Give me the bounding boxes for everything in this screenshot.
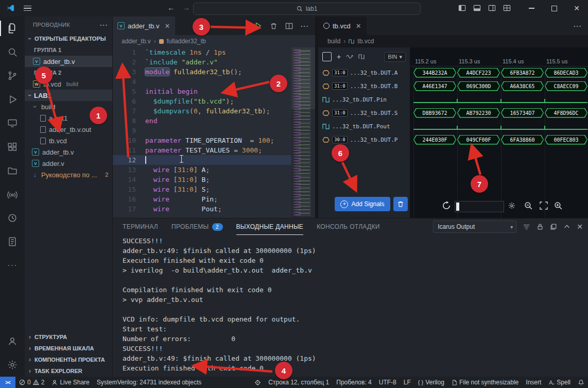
cursor-position-status[interactable]: Строка 12, столбец 1 (265, 377, 333, 388)
add-signals-button[interactable]: + Add Signals (335, 197, 390, 211)
tree-item--[interactable]: ↓Руководство по ...2 (25, 169, 112, 180)
trash-icon[interactable] (270, 22, 278, 30)
zoom-fit-icon[interactable] (540, 201, 548, 210)
output-console[interactable]: SUCCESS!!!adder_tb.v:49: $finish called … (112, 235, 588, 377)
minimap[interactable] (291, 47, 315, 218)
breadcrumb-file[interactable]: adder_tb.v (122, 38, 151, 45)
waveform-row[interactable]: 244E030F049CF00F6FA3886000FEC803 (410, 133, 588, 146)
breadcrumb-file[interactable]: tb.vcd (357, 38, 374, 45)
clear-output-icon[interactable] (550, 223, 557, 230)
restore-button[interactable] (543, 0, 565, 16)
activity-source-control-icon[interactable] (0, 64, 25, 88)
target-icon[interactable] (251, 377, 265, 388)
minimize-button[interactable] (520, 0, 543, 16)
waveform-row[interactable] (410, 120, 588, 133)
breadcrumb-symbol[interactable]: fulladder32_tb (167, 38, 206, 45)
add-marker-icon[interactable]: + (337, 53, 341, 61)
minimap-slider[interactable] (291, 47, 315, 109)
spell-status[interactable]: Spell (545, 377, 574, 388)
open-editor-item[interactable]: Wtb.vcdbuild (25, 78, 112, 90)
gear-icon[interactable] (508, 201, 516, 210)
open-editor-item[interactable]: Vadder_tb.v (25, 56, 112, 67)
nav-back-icon[interactable]: ← (167, 3, 175, 12)
tree-item-adder-v[interactable]: Vadder.v (25, 158, 112, 169)
tab-adder-tb-v[interactable]: V adder_tb.v ✕ (112, 16, 175, 35)
output-channel-select[interactable]: Icarus Output ▾ (433, 221, 516, 233)
toggle-sidebar-icon[interactable] (458, 4, 466, 12)
nav-forward-icon[interactable]: → (182, 3, 190, 12)
square-wave-icon[interactable] (358, 54, 366, 60)
panel-tab-проблемы[interactable]: ПРОБЛЕМЫ2 (171, 218, 222, 235)
tree-item-build[interactable]: ›build (25, 101, 112, 112)
notifications-bell-icon[interactable] (574, 377, 588, 388)
activity-run-debug-icon[interactable] (0, 88, 25, 111)
systemverilog-indexer-status[interactable]: SystemVerilog: 24731 indexed objects (93, 377, 205, 388)
activity-live-share-icon[interactable] (0, 182, 25, 206)
panel-tab-консоль-отладки[interactable]: КОНСОЛЬ ОТЛАДКИ (317, 218, 379, 235)
activity-remote-explorer-icon[interactable] (0, 111, 25, 135)
tree-root-lab1[interactable]: › LAB1 (25, 90, 112, 101)
activity-more-icon[interactable]: ··· (0, 254, 25, 277)
activity-history-icon[interactable] (0, 206, 25, 230)
signal-row[interactable]: 30:0...32_tb.DUT.P (318, 133, 410, 146)
accounts-icon[interactable] (0, 329, 25, 353)
insert-mode-status[interactable]: Insert (522, 377, 545, 388)
tab-tb-vcd[interactable]: tb.vcd ✕ (318, 16, 367, 35)
activity-notebooks-icon[interactable] (0, 230, 25, 254)
zoom-in-icon[interactable] (554, 201, 563, 210)
encoding-status[interactable]: UTF-8 (375, 377, 400, 388)
tab-close-icon[interactable]: ✕ (164, 22, 170, 30)
menu-hamburger-icon[interactable] (24, 6, 31, 11)
timescale-input[interactable] (455, 201, 504, 212)
panel-tab-выходные-данные[interactable]: ВЫХОДНЫЕ ДАННЫЕ (236, 218, 304, 235)
toggle-panel-icon[interactable] (473, 4, 481, 12)
activity-explorer-icon[interactable] (0, 16, 25, 40)
remove-signals-button[interactable] (393, 197, 408, 211)
customize-layout-icon[interactable] (503, 4, 511, 12)
open-editors-header[interactable]: › ОТКРЫТЫЕ РЕДАКТОРЫ (25, 33, 112, 44)
waveform-row[interactable]: A46E1347069C300DA6A38C65C8AECC09 (410, 79, 588, 93)
close-button[interactable]: ✕ (565, 0, 588, 16)
sidebar-section-структура[interactable]: ›СТРУКТУРА (25, 331, 112, 343)
marker-box-icon[interactable] (322, 52, 332, 61)
tree-item-tb-vcd[interactable]: tb.vcd (25, 135, 112, 146)
tab-close-icon[interactable]: ✕ (356, 22, 361, 30)
signal-row[interactable]: 31:0...32_tb.DUT.B (318, 79, 410, 93)
editor-more-icon[interactable]: ··· (301, 22, 309, 30)
close-panel-icon[interactable]: ✕ (577, 223, 583, 231)
run-button[interactable] (254, 22, 262, 30)
waveform-row[interactable] (410, 93, 588, 106)
split-editor-icon[interactable] (285, 22, 293, 30)
synthesizable-status[interactable]: File not synthesizable (448, 377, 522, 388)
refresh-icon[interactable] (442, 201, 451, 210)
settings-gear-icon[interactable] (0, 353, 25, 377)
panel-tab-терминал[interactable]: ТЕРМИНАЛ (123, 218, 158, 235)
editor-more-icon[interactable]: ··· (574, 22, 582, 30)
waveform-row[interactable]: D8B93672AB792230165734D74F8D96DC (410, 106, 588, 120)
problems-status[interactable]: 0 2 (15, 377, 48, 388)
remote-indicator[interactable]: >< (0, 377, 15, 388)
toggle-secondary-sidebar-icon[interactable] (488, 4, 496, 12)
live-share-status[interactable]: Live Share (48, 377, 93, 388)
eol-status[interactable]: LF (400, 377, 414, 388)
activity-search-icon[interactable] (0, 40, 25, 64)
zoom-out-icon[interactable] (524, 201, 533, 210)
filter-lines-icon[interactable] (523, 223, 530, 231)
signal-row[interactable]: ...32_tb.DUT.Pin (318, 93, 410, 106)
sidebar-section-task-explorer[interactable]: ›TASK EXPLORER (25, 365, 112, 377)
sine-wave-icon[interactable] (346, 54, 353, 60)
command-search-box[interactable]: lab1 (193, 3, 421, 15)
sidebar-section-компоненты-проекта[interactable]: ›КОМПОНЕНТЫ ПРОЕКТА (25, 354, 112, 365)
code-editor[interactable]: 1`timescale 1ns / 1ps2`include "adder.v"… (112, 47, 315, 218)
tree-item-adder-tb-v-out[interactable]: adder_tb.v.out (25, 124, 112, 135)
waveform-canvas[interactable]: 115.2 us115.3 us115.4 us115.5 us 344B232… (410, 47, 588, 218)
format-select[interactable]: BIN▾ (384, 52, 406, 62)
signal-row[interactable]: 31:0...32_tb.DUT.S (318, 106, 410, 120)
activity-project-manager-icon[interactable] (0, 159, 25, 182)
sidebar-section-временная-шкала[interactable]: ›ВРЕМЕННАЯ ШКАЛА (25, 343, 112, 354)
waveform-row[interactable]: 344B232AA4DCF2236FB3A87286DECAD3 (410, 66, 588, 79)
signal-row[interactable]: ...32_tb.DUT.Pout (318, 120, 410, 133)
indentation-status[interactable]: Пробелов: 4 (333, 377, 375, 388)
sidebar-more-icon[interactable]: ··· (100, 21, 108, 29)
activity-extensions-icon[interactable] (0, 135, 25, 159)
